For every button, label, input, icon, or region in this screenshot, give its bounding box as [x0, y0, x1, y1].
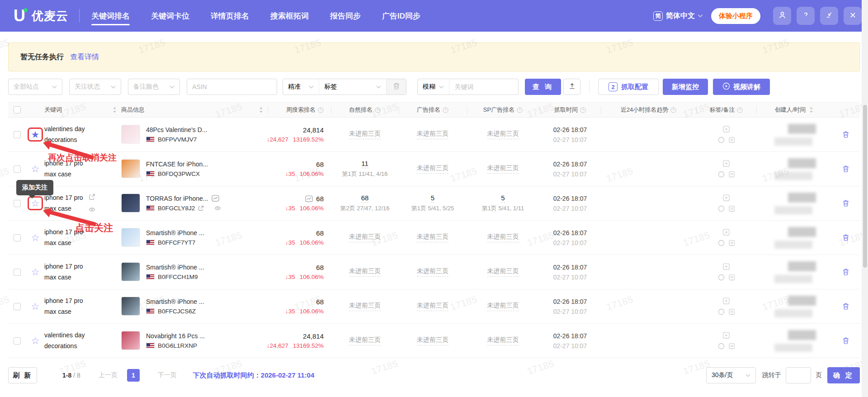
tag-select[interactable]: 标签: [319, 79, 386, 95]
info-icon[interactable]: [737, 107, 743, 113]
keyword-match-select[interactable]: 模糊: [418, 79, 449, 95]
keyword-input[interactable]: [454, 83, 513, 90]
share-icon[interactable]: [89, 194, 95, 200]
color-circle-icon[interactable]: [718, 308, 725, 315]
follow-star-icon[interactable]: ★: [31, 130, 40, 139]
delete-row-button[interactable]: [842, 234, 849, 241]
sort-icon[interactable]: [259, 107, 263, 113]
next-page-button[interactable]: 下一页: [158, 371, 177, 379]
trend-chart-icon[interactable]: [212, 195, 219, 202]
close-button[interactable]: [844, 7, 862, 25]
add-tag-icon[interactable]: [723, 332, 730, 339]
follow-star-icon[interactable]: ☆: [31, 336, 40, 345]
add-tag-icon[interactable]: [723, 263, 730, 270]
note-icon[interactable]: [729, 343, 735, 350]
row-checkbox[interactable]: [14, 337, 21, 345]
color-circle-icon[interactable]: [718, 343, 725, 350]
follow-star-icon[interactable]: ☆: [31, 267, 40, 277]
add-monitor-button[interactable]: 新增监控: [663, 79, 708, 95]
nav-item-5[interactable]: 广告ID同步: [382, 0, 420, 32]
add-tag-icon[interactable]: [723, 126, 730, 132]
app-logo[interactable]: U 优麦云: [14, 8, 68, 24]
brand-name: 优麦云: [32, 8, 68, 24]
row-checkbox[interactable]: [14, 165, 21, 173]
color-circle-icon[interactable]: [718, 240, 725, 246]
follow-star-icon[interactable]: ☆: [31, 302, 40, 311]
note-icon[interactable]: [729, 240, 735, 246]
notice-detail-link[interactable]: 查看详情: [70, 52, 99, 62]
user-button[interactable]: [773, 7, 791, 25]
scrollbar-track[interactable]: [862, 0, 868, 397]
week-search-rank: 24,814: [303, 332, 324, 340]
trend-chart-icon[interactable]: [305, 195, 313, 202]
row-checkbox[interactable]: [14, 200, 21, 207]
video-guide-button[interactable]: 视频讲解: [713, 79, 770, 95]
color-circle-icon[interactable]: [718, 205, 725, 212]
site-select[interactable]: 全部站点: [8, 79, 62, 95]
sort-icon[interactable]: [113, 107, 117, 113]
collapse-button[interactable]: [820, 7, 838, 25]
note-icon[interactable]: [729, 308, 735, 315]
follow-star-icon[interactable]: ☆: [31, 164, 40, 174]
color-circle-icon[interactable]: [718, 274, 725, 281]
match-mode-select[interactable]: 精准: [283, 79, 319, 95]
nav-item-1[interactable]: 关键词卡位: [151, 0, 189, 32]
delete-row-button[interactable]: [842, 165, 849, 173]
add-tag-icon[interactable]: [723, 298, 730, 304]
delete-row-button[interactable]: [842, 131, 849, 138]
nav-item-2[interactable]: 详情页排名: [211, 0, 249, 32]
row-checkbox[interactable]: [14, 234, 21, 241]
search-button[interactable]: 查 询: [525, 79, 561, 95]
info-icon[interactable]: [443, 107, 448, 113]
info-icon[interactable]: [375, 107, 381, 113]
fetch-time-2: 02-27 10:07: [553, 308, 587, 315]
follow-star-icon[interactable]: ☆: [31, 233, 40, 242]
color-circle-icon[interactable]: [718, 171, 725, 178]
clear-tag-button[interactable]: [386, 79, 406, 95]
follow-status-select[interactable]: 关注状态: [69, 79, 121, 95]
prev-page-button[interactable]: 上一页: [99, 371, 118, 379]
info-icon[interactable]: [670, 107, 676, 113]
note-icon[interactable]: [729, 274, 735, 281]
mini-program-button[interactable]: 体验小程序: [711, 8, 760, 24]
row-checkbox[interactable]: [14, 131, 21, 138]
nav-item-3[interactable]: 搜索框拓词: [270, 0, 309, 32]
note-icon[interactable]: [729, 171, 735, 178]
color-circle-icon[interactable]: [718, 137, 725, 143]
fetch-config-button[interactable]: 2 抓取配置: [598, 79, 659, 95]
eye-icon[interactable]: [214, 205, 221, 212]
note-icon[interactable]: [729, 137, 735, 143]
info-icon[interactable]: [517, 107, 523, 113]
add-tag-icon[interactable]: [723, 229, 730, 236]
note-color-select[interactable]: 备注颜色: [128, 79, 180, 95]
add-tag-icon[interactable]: [723, 194, 730, 201]
help-button[interactable]: [797, 7, 815, 25]
jump-page-input[interactable]: [786, 367, 811, 383]
language-switcher[interactable]: 简 简体中文: [653, 11, 703, 21]
info-icon[interactable]: [318, 107, 324, 113]
nav-item-4[interactable]: 报告同步: [330, 0, 361, 32]
row-checkbox[interactable]: [14, 303, 21, 310]
refresh-button[interactable]: 刷 新: [8, 367, 37, 383]
nav-item-0[interactable]: 关键词排名: [91, 0, 130, 32]
delete-row-button[interactable]: [842, 268, 849, 276]
scrollbar-thumb[interactable]: [863, 105, 867, 268]
select-all-checkbox[interactable]: [14, 106, 21, 113]
confirm-button[interactable]: 确 定: [827, 367, 860, 383]
eye-icon[interactable]: [89, 206, 95, 213]
delete-row-button[interactable]: [842, 302, 849, 310]
sort-icon[interactable]: [809, 107, 813, 113]
column-header-tags: 标签/备注: [696, 106, 756, 114]
delete-row-button[interactable]: [842, 337, 849, 345]
page-size-select[interactable]: 30条/页: [706, 367, 756, 383]
info-icon[interactable]: [580, 107, 586, 113]
note-icon[interactable]: [729, 205, 735, 212]
asin-input[interactable]: [192, 83, 272, 90]
export-button[interactable]: [563, 79, 580, 95]
external-link-icon[interactable]: [198, 205, 204, 211]
page-number-1[interactable]: 1: [127, 369, 140, 382]
add-tag-icon[interactable]: [723, 160, 730, 167]
delete-row-button[interactable]: [842, 199, 849, 207]
row-checkbox[interactable]: [14, 269, 21, 276]
follow-star-icon[interactable]: ☆: [31, 198, 40, 208]
